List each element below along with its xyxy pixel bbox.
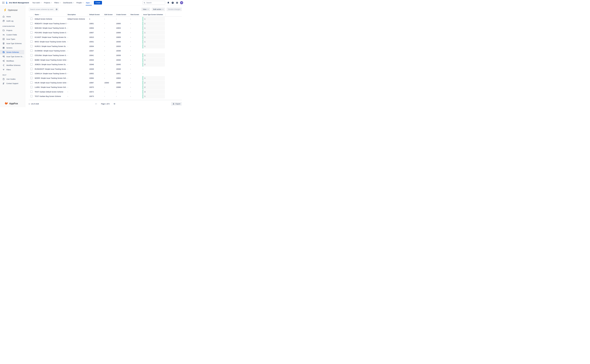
help-icon[interactable]: ? — [171, 1, 174, 4]
create-screen-cell: 10030 — [115, 41, 129, 43]
edit-screen-cell: - — [103, 77, 115, 79]
row-checkbox[interactable] — [30, 22, 33, 25]
issue-type-screen-schemes-cell: - — [142, 50, 165, 52]
nav-item-label: Projects — [44, 2, 50, 4]
column-header-view-screen[interactable]: View Screen — [129, 13, 142, 16]
app-switcher-icon[interactable] — [1, 1, 5, 5]
previous-page-arrow-icon[interactable] — [95, 103, 97, 105]
next-page-arrow-icon[interactable] — [113, 103, 115, 105]
view-screen-cell: - — [129, 50, 142, 52]
row-checkbox[interactable] — [30, 72, 33, 74]
nav-item-projects[interactable]: Projects — [43, 0, 53, 6]
view-button[interactable]: View — [141, 7, 150, 11]
scheme-name-cell: POVURO: Simple Issue Tracking Screen S..… — [34, 32, 66, 34]
sidebar-item-home[interactable]: Home — [0, 14, 24, 19]
checkbox-cell — [29, 22, 34, 25]
view-screen-cell: - — [129, 64, 142, 65]
sidebar-item-user-guides[interactable]: User Guides — [0, 77, 24, 81]
nav-item-filters[interactable]: Filters — [53, 0, 62, 6]
nav-item-dashboards[interactable]: Dashboards — [62, 0, 75, 6]
row-checkbox[interactable] — [30, 27, 33, 29]
row-checkbox[interactable] — [30, 81, 33, 84]
sidebar-item-screen-schemes[interactable]: Screen Schemes — [0, 50, 24, 54]
itss-count-chip: 1 — [143, 40, 165, 44]
row-checkbox[interactable] — [30, 18, 33, 20]
avatar[interactable]: JR — [180, 1, 183, 4]
scheme-search-input[interactable] — [30, 8, 54, 10]
create-screen-cell: 10066 — [115, 82, 129, 84]
sidebar-item-filters[interactable]: Filters — [0, 67, 24, 72]
row-checkbox[interactable] — [30, 45, 33, 47]
sidebar-item-issue-types[interactable]: Issue Types — [0, 37, 24, 41]
row-checkbox[interactable] — [30, 77, 33, 79]
row-checkbox[interactable] — [30, 68, 33, 70]
sort-icon — [40, 14, 40, 15]
column-header-edit-screen[interactable]: Edit Screen — [103, 13, 115, 16]
row-checkbox[interactable] — [30, 91, 33, 93]
app-title: Jira Work Management — [9, 2, 29, 4]
description-cell: - — [66, 41, 88, 43]
row-checkbox[interactable] — [30, 50, 33, 52]
nav-item-label: People — [76, 2, 82, 4]
row-checkbox[interactable] — [30, 31, 33, 34]
sidebar-item-label: Screen Schemes — [6, 51, 19, 53]
sidebar-item-projects[interactable]: Projects — [0, 28, 24, 32]
sidebar-item-workflow-schemes[interactable]: Workflow Schemes — [0, 63, 24, 67]
sidebar-item-label: Issue Type Schemes — [6, 43, 22, 45]
default-screen-cell: 10031 — [88, 41, 103, 43]
jira-logo[interactable]: Jira Work Management — [6, 1, 29, 4]
scheme-name-cell: BABM: Simple Issue Tracking Screen Sche.… — [34, 59, 66, 61]
create-screen-cell: 10039 — [115, 54, 129, 56]
table-row: POVURO: Simple Issue Tracking Screen S..… — [29, 30, 182, 35]
row-checkbox[interactable] — [30, 54, 33, 56]
sidebar-item-audit-log[interactable]: Audit Log — [0, 19, 24, 23]
edit-screen-cell: - — [103, 36, 115, 38]
sidebar-item-custom-fields[interactable]: AaCustom Fields — [0, 32, 24, 37]
nav-item-people[interactable]: People — [75, 0, 85, 6]
sidebar-item-screens[interactable]: Screens — [0, 46, 24, 50]
checkbox-cell — [29, 36, 34, 39]
bulk-action-button[interactable]: Bulk action — [152, 7, 165, 11]
create-screen-cell: 10045 — [115, 64, 129, 65]
column-header-description[interactable]: Description — [66, 13, 88, 16]
row-checkbox[interactable] — [30, 59, 33, 61]
create-button[interactable]: Create — [94, 1, 102, 5]
row-checkbox[interactable] — [30, 95, 33, 97]
itss-count-chip: 1 — [143, 26, 165, 30]
sidebar-top-items: HomeAudit Log — [0, 14, 25, 23]
column-header-name[interactable]: Name — [34, 13, 66, 16]
sidebar-item-contact-support[interactable]: Contact Support — [0, 81, 24, 85]
issue-type-screen-schemes-cell: 1 — [142, 26, 165, 30]
clear-search-icon[interactable] — [56, 8, 57, 10]
table-bottom-scrollbar[interactable] — [29, 100, 182, 100]
global-search-input[interactable] — [146, 2, 164, 4]
sidebar-item-issue-type-screen-sch[interactable]: Issue Type Screen Sch... — [0, 54, 24, 59]
export-button[interactable]: Export — [171, 102, 182, 106]
nav-item-your-work[interactable]: Your work — [31, 0, 43, 6]
row-checkbox[interactable] — [30, 36, 33, 38]
view-screen-cell: - — [129, 77, 142, 79]
row-checkbox[interactable] — [30, 86, 33, 88]
column-header-create-screen[interactable]: Create Screen — [115, 13, 129, 16]
row-checkbox[interactable] — [30, 63, 33, 65]
sidebar-item-issue-type-schemes[interactable]: Issue Type Schemes — [0, 41, 24, 46]
scheme-name-cell: TEST: Kanban Bug Screen Scheme — [34, 95, 66, 97]
create-screen-cell: 10003 — [115, 27, 129, 29]
sidebar-item-workflows[interactable]: Workflows — [0, 59, 24, 63]
default-screen-cell: 10010 — [88, 36, 103, 38]
scheme-search[interactable] — [29, 7, 59, 11]
nav-item-apps[interactable]: Apps — [85, 0, 93, 6]
notifications-bell-icon[interactable] — [167, 1, 170, 4]
table-row: KUVAST: Simple Issue Tracking Screen Sc.… — [29, 35, 182, 39]
row-checkbox[interactable] — [30, 40, 33, 43]
nav-item-label: Your work — [32, 2, 40, 4]
scheme-name-cell: WARJAD: Simple Issue Tracking Screen S..… — [34, 27, 66, 29]
column-header-issue-type-screen-schemes[interactable]: Issue Type Screen Schemes — [142, 13, 165, 16]
scheme-name-cell: CESIJNA: Simple Issue Tracking Screen S.… — [34, 54, 66, 56]
review-changes-button[interactable]: Review changes — [167, 7, 182, 11]
scheme-name-cell: DUOMIGE: Simple Issue Tracking Screen ..… — [34, 50, 66, 52]
column-header-default-screen[interactable]: Default Screen — [88, 13, 103, 16]
settings-gear-icon[interactable] — [176, 1, 178, 4]
appfox-logo: AppFox — [0, 102, 25, 107]
global-search[interactable] — [142, 1, 165, 5]
